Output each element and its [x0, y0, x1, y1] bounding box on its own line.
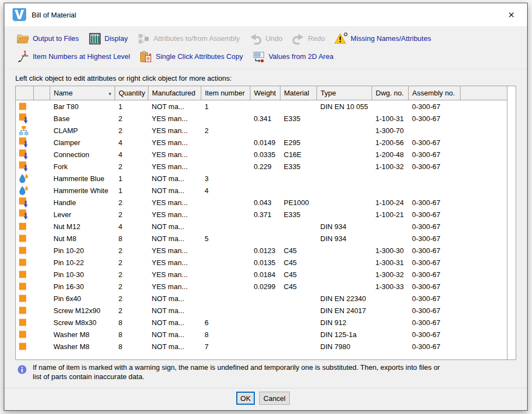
cell-name: Screw M12x90 — [50, 304, 115, 316]
part-arrow-icon — [16, 112, 33, 124]
warning-cell — [33, 244, 50, 256]
cell-empty — [460, 316, 507, 328]
ok-button[interactable]: OK — [236, 392, 255, 405]
column-header-empty[interactable] — [16, 86, 33, 100]
column-header-name[interactable]: Name▼ — [50, 86, 115, 100]
column-header-material[interactable]: Material — [280, 86, 316, 100]
cell-dwg-no — [372, 184, 408, 196]
table-row[interactable]: Pin 16-302YES man...0.0299C451-300-330-3… — [16, 280, 507, 292]
cell-dwg-no — [372, 304, 408, 316]
column-header-quantity[interactable]: Quantity — [115, 86, 148, 100]
table-row[interactable]: Bar T801NOT ma...1DIN EN 10 0550-300-67 — [16, 100, 507, 113]
table-row[interactable]: Pin 6x402NOT ma...DIN EN 223400-300-67 — [16, 292, 507, 304]
cell-material — [280, 328, 316, 340]
column-header-type[interactable]: Type — [316, 86, 372, 100]
cell-dwg-no — [372, 220, 408, 232]
cell-empty — [460, 292, 507, 304]
column-header-assembly-no-[interactable]: Assembly no. — [408, 86, 460, 100]
undo-arrow-icon — [249, 32, 262, 45]
cell-assembly-no — [408, 124, 460, 136]
table-row[interactable]: Handle2YES man...0.043PE10001-100-240-30… — [16, 196, 507, 208]
column-header-dwg-no-[interactable]: Dwg. no. — [372, 86, 408, 100]
table-row[interactable]: Washer M88NOT ma...7DIN 79800-300-67 — [16, 340, 507, 352]
cell-quantity: 4 — [115, 220, 148, 232]
cell-manufactured: NOT ma... — [148, 100, 201, 113]
warning-cell — [33, 340, 50, 352]
column-header-item-number[interactable]: Item number — [201, 86, 250, 100]
cell-material — [280, 172, 316, 184]
titlebar: Bill of Material × — [4, 3, 527, 26]
table-row[interactable]: Base2YES man...0.341E3351-100-310-300-67 — [16, 112, 507, 124]
cell-manufactured: YES man... — [148, 196, 201, 208]
cell-item-number — [201, 268, 250, 280]
cell-weight: 0.371 — [250, 208, 280, 220]
folder-icon — [16, 32, 29, 45]
table-row[interactable]: Screw M8x308NOT ma...6DIN 9120-300-67 — [16, 316, 507, 328]
table-row[interactable]: Pin 10-222YES man...0.0135C451-300-310-3… — [16, 256, 507, 268]
single-click-attributes-copy-button[interactable]: Single Click Attributes Copy — [139, 50, 243, 63]
table-row[interactable]: Hammerite White1NOT ma...4 — [16, 184, 507, 196]
cell-quantity: 2 — [115, 256, 148, 268]
cell-material: E335 — [280, 112, 316, 124]
column-header-empty[interactable] — [33, 86, 50, 100]
cell-assembly-no: 0-300-67 — [408, 328, 460, 340]
table-row[interactable]: Hammerite Blue1NOT ma...3 — [16, 172, 507, 184]
column-header-empty[interactable] — [460, 86, 507, 100]
cell-weight: 0.229 — [250, 160, 280, 172]
cell-dwg-no: 1-200-56 — [372, 136, 408, 148]
cell-name: Pin 10-22 — [50, 256, 115, 268]
cell-manufactured: YES man... — [148, 280, 201, 292]
cell-material: E335 — [280, 208, 316, 220]
assembly-icon — [16, 124, 33, 136]
cell-name: Pin 10-30 — [50, 268, 115, 280]
table-row[interactable]: Nut M124NOT ma...DIN 9340-300-67 — [16, 220, 507, 232]
output-to-files-button[interactable]: Output to Files — [16, 32, 79, 45]
cell-manufactured: YES man... — [148, 124, 201, 136]
table-row[interactable]: CLAMP2YES man...21-300-70 — [16, 124, 507, 136]
part-icon — [16, 220, 33, 232]
cell-quantity: 2 — [115, 304, 148, 316]
attributes-assembly-icon — [137, 32, 150, 45]
cell-name: Screw M8x30 — [50, 316, 115, 328]
redo-arrow-icon — [291, 32, 304, 45]
table-row[interactable]: Clamper4YES man...0.0149E2951-200-560-30… — [16, 136, 507, 148]
missing-names-attributes-button[interactable]: Missing Names/Attributes — [334, 32, 431, 45]
warning-cell — [33, 124, 50, 136]
cell-material: E295 — [280, 136, 316, 148]
cell-item-number: 2 — [201, 124, 250, 136]
table-row[interactable]: Pin 10-302YES man...0.0184C451-300-320-3… — [16, 268, 507, 280]
part-icon — [16, 304, 33, 316]
close-button[interactable]: × — [503, 7, 519, 22]
cell-empty — [460, 160, 507, 172]
display-button[interactable]: Display — [88, 32, 128, 45]
cell-quantity: 2 — [115, 268, 148, 280]
table-row[interactable]: Lever2YES man...0.371E3351-100-210-300-6… — [16, 208, 507, 220]
cell-dwg-no — [372, 232, 408, 244]
cell-weight — [250, 220, 280, 232]
item-numbers-at-highest-level-button[interactable]: 1Item Numbers at Highest Level — [16, 50, 130, 63]
cell-weight: 0.043 — [250, 196, 280, 208]
cell-assembly-no: 0-300-67 — [408, 220, 460, 232]
column-header-manufactured[interactable]: Manufactured — [148, 86, 201, 100]
table-row[interactable]: Nut M88NOT ma...5DIN 9340-300-67 — [16, 232, 507, 244]
cell-weight — [250, 184, 280, 196]
cell-quantity: 8 — [115, 328, 148, 340]
cell-quantity: 2 — [115, 196, 148, 208]
values-from-2d-area-button[interactable]: Values from 2D Area — [252, 50, 333, 63]
column-header-weight[interactable]: Weight — [250, 86, 280, 100]
table-row[interactable]: Pin 10-202YES man...0.0123C451-300-300-3… — [16, 244, 507, 256]
window-title: Bill of Material — [32, 11, 76, 19]
info-icon — [17, 365, 27, 376]
cell-assembly-no: 0-300-67 — [408, 280, 460, 292]
cell-type — [316, 268, 372, 280]
cancel-button[interactable]: Cancel — [259, 392, 290, 405]
cell-type: DIN 934 — [316, 220, 372, 232]
cell-manufactured: NOT ma... — [148, 328, 201, 340]
cell-type: DIN 934 — [316, 232, 372, 244]
table-row[interactable]: Connection4YES man...0.0335C16E1-200-480… — [16, 148, 507, 160]
table-row[interactable]: Screw M12x902NOT ma...DIN EN 240170-300-… — [16, 304, 507, 316]
cell-quantity: 8 — [115, 232, 148, 244]
table-row[interactable]: Fork2YES man...0.229E3351-100-320-300-67 — [16, 160, 507, 172]
table-row[interactable]: Washer M88NOT ma...8DIN 125-1a0-300-67 — [16, 328, 507, 340]
warning-cell — [33, 196, 50, 208]
